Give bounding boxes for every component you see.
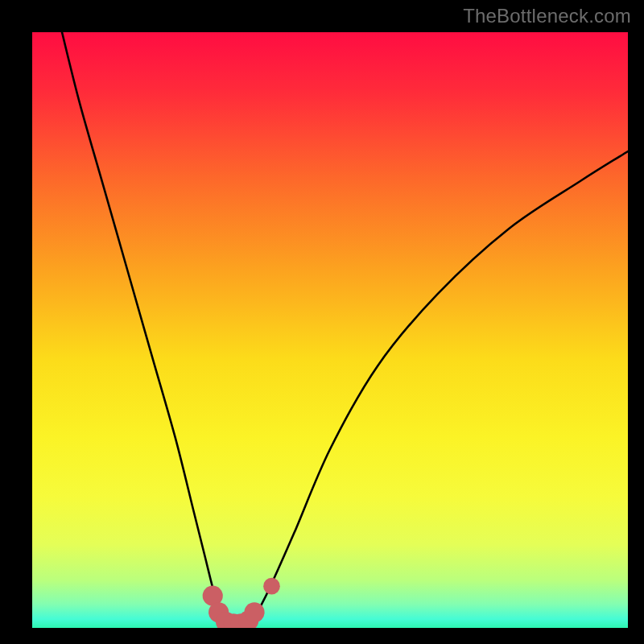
valley-markers (203, 578, 280, 628)
marker-valley-right-2 (244, 602, 264, 622)
bottleneck-curve (62, 32, 628, 624)
chart-frame: TheBottleneck.com (0, 0, 644, 644)
curve-layer (32, 32, 628, 628)
marker-valley-out (263, 578, 280, 595)
watermark-text: TheBottleneck.com (463, 5, 631, 27)
plot-area (32, 32, 628, 628)
